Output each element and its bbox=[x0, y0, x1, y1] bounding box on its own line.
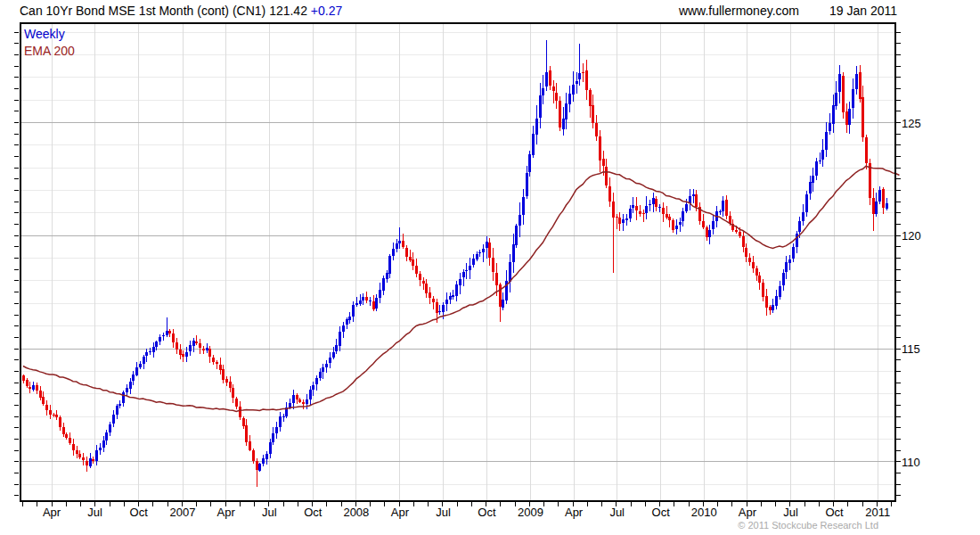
y-axis-labels: 110115120125 bbox=[902, 117, 921, 469]
legend-ema-series: EMA 200 bbox=[24, 43, 75, 60]
y-axis-label: 110 bbox=[902, 456, 920, 469]
x-axis-label: Oct bbox=[130, 506, 149, 519]
x-axis-label: Jul bbox=[436, 506, 451, 519]
x-axis-label: Jul bbox=[87, 506, 102, 519]
x-axis-label: 2007 bbox=[170, 506, 196, 519]
x-axis-label: 2010 bbox=[691, 506, 717, 519]
x-axis-label: Apr bbox=[739, 506, 757, 519]
x-axis-label: Apr bbox=[391, 506, 410, 519]
x-axis-label: Jul bbox=[609, 506, 625, 519]
x-axis-label: Jul bbox=[783, 506, 798, 519]
candlestick-chart-canvas: 110115120125AprJulOct2007AprJulOct2008Ap… bbox=[0, 0, 980, 535]
x-axis-label: Apr bbox=[217, 506, 236, 519]
x-axis-label: 2008 bbox=[343, 506, 369, 519]
chart-legend: Weekly EMA 200 bbox=[24, 26, 75, 60]
x-axis-label: Apr bbox=[43, 506, 61, 519]
x-axis-label: Apr bbox=[565, 506, 584, 519]
copyright-notice: © 2011 Stockcube Research Ltd bbox=[650, 520, 878, 531]
x-axis-label: 2009 bbox=[518, 506, 543, 519]
x-axis-label: Oct bbox=[652, 506, 671, 519]
y-axis-label: 120 bbox=[902, 229, 921, 243]
x-axis-label: Oct bbox=[304, 506, 323, 519]
x-axis-label: 2011 bbox=[865, 506, 890, 519]
x-axis-label: Oct bbox=[825, 506, 844, 519]
legend-weekly-series: Weekly bbox=[24, 26, 75, 43]
y-axis-label: 125 bbox=[902, 117, 921, 130]
x-axis-label: Jul bbox=[262, 506, 277, 519]
x-axis-label: Oct bbox=[478, 506, 496, 519]
y-axis-label: 115 bbox=[902, 342, 920, 356]
x-axis-labels: AprJulOct2007AprJulOct2008AprJulOct2009A… bbox=[43, 506, 890, 519]
chart-page: Can 10Yr Bond MSE 1st Month (cont) (CN1)… bbox=[0, 0, 980, 535]
